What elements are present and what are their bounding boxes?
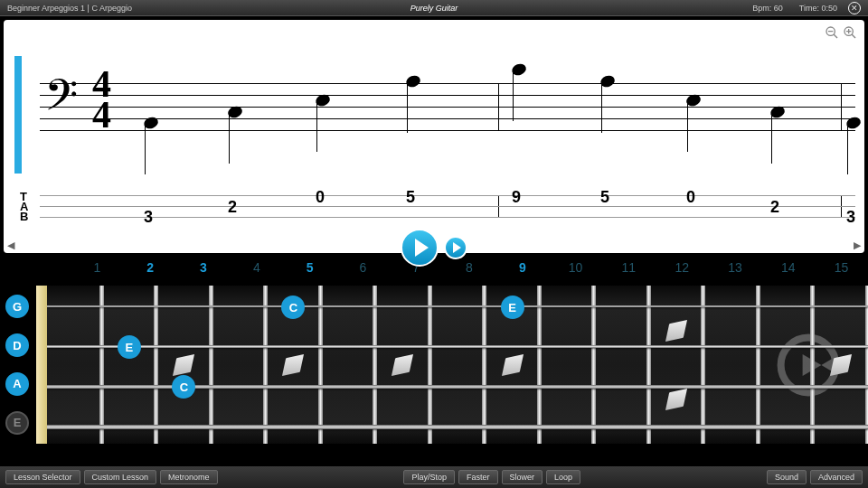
fret-number: 6 bbox=[336, 260, 390, 277]
tab-number: 2 bbox=[770, 198, 779, 217]
fret-inlay bbox=[495, 347, 531, 383]
fret-wire bbox=[482, 286, 486, 444]
tab-number: 0 bbox=[686, 188, 695, 207]
play-stop-button[interactable]: Play/Stop bbox=[403, 470, 455, 484]
note-stem bbox=[687, 102, 688, 152]
fret-wire bbox=[263, 286, 268, 444]
fret-number: 3 bbox=[177, 260, 231, 277]
loop-button[interactable]: Loop bbox=[546, 470, 580, 484]
fret-wire bbox=[701, 286, 705, 444]
fret-wire bbox=[537, 286, 542, 444]
string bbox=[47, 305, 868, 307]
lesson-title: Beginner Arpeggios 1 | C Arpeggio bbox=[7, 4, 132, 13]
fret-wire bbox=[646, 286, 651, 444]
advanced-button[interactable]: Advanced bbox=[810, 470, 863, 484]
tab-number: 3 bbox=[846, 208, 855, 227]
fret-number: 10 bbox=[549, 260, 602, 277]
fretboard-area: GDAE CEEC bbox=[0, 277, 868, 453]
custom-lesson-button[interactable]: Custom Lesson bbox=[84, 470, 157, 484]
play-button[interactable] bbox=[401, 229, 439, 267]
barline bbox=[498, 83, 499, 130]
note-marker[interactable]: C bbox=[281, 296, 305, 319]
fret-wire bbox=[428, 286, 432, 444]
tab-number: 2 bbox=[228, 198, 237, 217]
fret-wire bbox=[756, 286, 760, 444]
titlebar: Beginner Arpeggios 1 | C Arpeggio Purely… bbox=[0, 0, 868, 16]
slower-button[interactable]: Slower bbox=[502, 470, 543, 484]
fret-number: 14 bbox=[761, 260, 815, 277]
fret-wire bbox=[318, 286, 323, 444]
next-page-icon[interactable]: ▶ bbox=[854, 239, 861, 251]
metronome-button[interactable]: Metronome bbox=[160, 470, 218, 484]
tab-number: 0 bbox=[316, 188, 325, 207]
sound-button[interactable]: Sound bbox=[767, 470, 807, 484]
zoom-out-icon[interactable] bbox=[825, 25, 839, 40]
fret-number: 13 bbox=[709, 260, 762, 277]
fret-number: 11 bbox=[602, 260, 656, 277]
playback-cursor bbox=[14, 56, 22, 174]
note-stem bbox=[771, 114, 772, 164]
note-stem bbox=[407, 83, 408, 133]
time-label: Time: 0:50 bbox=[799, 4, 837, 13]
string bbox=[47, 425, 868, 429]
bpm-label: Bpm: 60 bbox=[752, 4, 783, 13]
faster-button[interactable]: Faster bbox=[458, 470, 498, 484]
fret-wire bbox=[154, 286, 158, 444]
close-button[interactable]: ✕ bbox=[848, 2, 861, 14]
barline bbox=[841, 83, 842, 130]
play-controls bbox=[401, 229, 467, 267]
note-marker[interactable]: C bbox=[172, 375, 195, 399]
fret-number: 15 bbox=[815, 260, 868, 277]
note-stem bbox=[316, 102, 317, 152]
fret-inlay bbox=[276, 347, 312, 383]
notation-panel: 𝄢 4 4 TAB 320595023 ◀ ▶ bbox=[4, 20, 864, 253]
lesson-selector-button[interactable]: Lesson Selector bbox=[5, 470, 80, 484]
tab-label: TAB bbox=[20, 192, 28, 221]
note-stem bbox=[847, 125, 848, 174]
fret-number: 9 bbox=[495, 260, 549, 277]
brand-logo: Purely Guitar bbox=[410, 4, 458, 13]
bottom-toolbar: Lesson Selector Custom Lesson Metronome … bbox=[0, 466, 868, 488]
note-marker[interactable]: E bbox=[118, 335, 141, 359]
fret-wire bbox=[99, 286, 104, 444]
fret-number: 1 bbox=[71, 260, 124, 277]
fret-number: 2 bbox=[124, 260, 177, 277]
svg-line-6 bbox=[852, 34, 855, 38]
string-labels: GDAE bbox=[0, 277, 36, 453]
fret-inlay bbox=[658, 313, 694, 349]
tab-number: 5 bbox=[406, 188, 415, 207]
string bbox=[47, 345, 868, 348]
note-stem bbox=[601, 83, 602, 133]
note-stem bbox=[513, 71, 514, 121]
svg-line-2 bbox=[834, 34, 837, 38]
staff bbox=[40, 83, 855, 142]
fret-wire bbox=[591, 286, 596, 444]
string-label[interactable]: A bbox=[5, 372, 29, 396]
string bbox=[47, 385, 868, 389]
note-stem bbox=[145, 125, 146, 174]
string-label[interactable]: D bbox=[5, 333, 29, 357]
tab-staff bbox=[40, 195, 855, 228]
play-from-button[interactable] bbox=[444, 236, 467, 259]
tab-number: 3 bbox=[144, 208, 153, 227]
fret-wire bbox=[810, 286, 815, 444]
prev-page-icon[interactable]: ◀ bbox=[7, 239, 14, 251]
fret-inlay bbox=[385, 347, 421, 383]
fret-wire bbox=[209, 286, 213, 444]
fret-wire bbox=[373, 286, 377, 444]
nut bbox=[36, 286, 47, 444]
fretboard[interactable]: CEEC bbox=[47, 286, 868, 444]
note-marker[interactable]: E bbox=[501, 296, 524, 319]
fret-number: 5 bbox=[283, 260, 336, 277]
note-stem bbox=[229, 114, 230, 164]
string-label[interactable]: E bbox=[5, 411, 29, 435]
tab-number: 9 bbox=[512, 188, 521, 207]
string-label[interactable]: G bbox=[5, 295, 29, 318]
tab-number: 5 bbox=[600, 188, 609, 207]
fret-number: 4 bbox=[230, 260, 283, 277]
fret-number: 12 bbox=[656, 260, 709, 277]
zoom-in-icon[interactable] bbox=[843, 25, 857, 40]
